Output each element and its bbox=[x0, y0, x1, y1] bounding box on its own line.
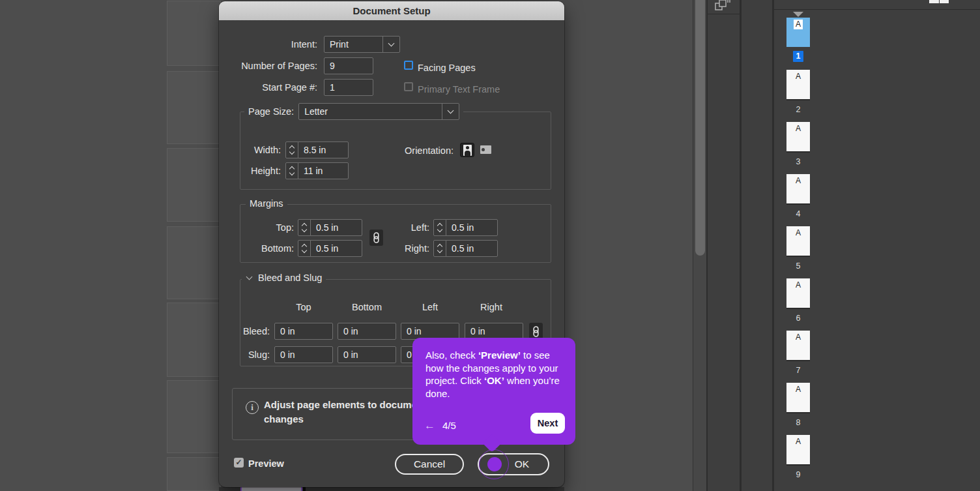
canvas-page bbox=[167, 71, 221, 144]
height-input[interactable]: 11 in bbox=[298, 162, 349, 179]
page-thumbnail-item[interactable]: A 6 bbox=[774, 278, 822, 331]
page-thumbnail[interactable]: A bbox=[786, 226, 810, 256]
margin-right-input[interactable]: 0.5 in bbox=[446, 240, 498, 257]
chain-link-icon bbox=[532, 326, 540, 337]
page-thumbnail[interactable]: A bbox=[786, 383, 810, 412]
margin-guide bbox=[240, 487, 242, 491]
page-thumbnail-item[interactable]: A 1 bbox=[774, 18, 822, 70]
link-margins-button[interactable] bbox=[369, 230, 383, 246]
page-number: 1 bbox=[793, 51, 803, 62]
margin-left-stepper[interactable] bbox=[433, 219, 446, 236]
chevron-down-icon[interactable] bbox=[442, 104, 459, 119]
canvas-vertical-scrollbar[interactable] bbox=[693, 0, 706, 491]
number-of-pages-input[interactable]: 9 bbox=[324, 57, 373, 74]
page-number: 4 bbox=[796, 209, 801, 219]
page-size-dropdown[interactable]: Letter bbox=[298, 103, 459, 120]
page-number: 7 bbox=[796, 365, 801, 376]
dialog-title: Document Setup bbox=[219, 1, 564, 20]
page-thumbnail-item[interactable]: A 5 bbox=[774, 226, 822, 278]
pages-panel-icon[interactable] bbox=[715, 0, 730, 11]
orientation-portrait-button[interactable] bbox=[460, 143, 474, 157]
pages-panel: A 1 A 2 A 3 A 4 A 5 A 6 A 7 A 8 A 9 bbox=[774, 0, 980, 491]
bleed-label: Bleed: bbox=[240, 323, 270, 340]
margin-bottom-stepper[interactable] bbox=[298, 240, 311, 257]
chain-link-icon bbox=[373, 232, 380, 243]
canvas-page bbox=[167, 148, 221, 222]
page-thumbnail[interactable]: A bbox=[786, 278, 810, 308]
orientation-landscape-button[interactable] bbox=[479, 143, 493, 157]
tutorial-tooltip: Also, check ‘Preview’ to see how the cha… bbox=[412, 338, 575, 445]
width-input[interactable]: 8.5 in bbox=[298, 141, 349, 158]
margin-guide bbox=[301, 487, 302, 491]
tooltip-text: Also, check ‘Preview’ to see how the cha… bbox=[425, 349, 564, 400]
slug-bottom-input[interactable]: 0 in bbox=[338, 346, 396, 363]
master-page-label: A bbox=[794, 20, 803, 29]
facing-pages-checkbox[interactable] bbox=[404, 61, 413, 70]
height-stepper[interactable] bbox=[285, 162, 298, 179]
page-thumbnail[interactable]: A bbox=[786, 18, 810, 47]
spread-view-icon[interactable] bbox=[929, 0, 939, 3]
margin-right-stepper[interactable] bbox=[433, 240, 446, 257]
page-thumbnail[interactable]: A bbox=[786, 122, 810, 151]
landscape-icon bbox=[480, 145, 491, 154]
column-header-right: Right bbox=[468, 302, 514, 312]
page-size-value: Letter bbox=[299, 104, 442, 119]
collapse-chevron-icon[interactable] bbox=[246, 274, 253, 280]
cancel-button[interactable]: Cancel bbox=[395, 454, 464, 475]
scrollbar-thumb[interactable] bbox=[695, 0, 705, 256]
page-thumbnail[interactable]: A bbox=[786, 331, 810, 360]
panel-header-divider bbox=[774, 9, 980, 10]
intent-label: Intent: bbox=[219, 36, 317, 53]
master-page-label: A bbox=[796, 228, 801, 237]
page-size-group: Page Size: Letter Width: 8.5 in Orientat… bbox=[240, 112, 551, 190]
facing-pages-label: Facing Pages bbox=[418, 59, 476, 76]
page-thumbnail[interactable]: A bbox=[786, 435, 810, 464]
preview-checkbox[interactable]: ✓ bbox=[234, 458, 244, 468]
page-edge bbox=[303, 487, 306, 491]
margin-top-stepper[interactable] bbox=[298, 219, 311, 236]
width-stepper[interactable] bbox=[285, 141, 298, 158]
page-thumbnail[interactable]: A bbox=[786, 174, 810, 203]
page-thumbnail-item[interactable]: A 3 bbox=[774, 122, 822, 174]
slug-top-input[interactable]: 0 in bbox=[274, 346, 333, 363]
canvas-page bbox=[167, 457, 221, 491]
master-page-label: A bbox=[796, 332, 801, 342]
margin-bottom-input[interactable]: 0.5 in bbox=[310, 240, 362, 257]
column-header-bottom: Bottom bbox=[344, 302, 390, 312]
page-number: 5 bbox=[796, 261, 801, 271]
intent-dropdown[interactable]: Print bbox=[324, 36, 400, 53]
canvas-page bbox=[167, 303, 221, 377]
chevron-down-icon[interactable] bbox=[382, 37, 399, 52]
step-counter: 4/5 bbox=[442, 420, 456, 431]
slug-label: Slug: bbox=[240, 346, 270, 363]
panel-dock-column-2 bbox=[742, 0, 772, 491]
portrait-icon bbox=[463, 145, 472, 156]
back-arrow-icon[interactable]: ← bbox=[424, 420, 435, 432]
next-button[interactable]: Next bbox=[530, 413, 565, 434]
master-page-label: A bbox=[796, 71, 801, 81]
start-page-input[interactable]: 1 bbox=[324, 79, 373, 96]
info-icon: i bbox=[246, 401, 259, 414]
page-thumbnail-item[interactable]: A 7 bbox=[774, 331, 822, 383]
margin-left-input[interactable]: 0.5 in bbox=[446, 219, 498, 236]
page-thumbnail[interactable]: A bbox=[786, 70, 810, 99]
canvas-page bbox=[167, 380, 221, 453]
coachmark-dot[interactable] bbox=[487, 457, 502, 471]
page-number: 3 bbox=[796, 156, 801, 167]
bleed-slug-legend: Bleed and Slug bbox=[258, 273, 322, 283]
orientation-label: Orientation: bbox=[358, 142, 454, 159]
document-page-sliver bbox=[242, 487, 302, 491]
page-thumbnail-item[interactable]: A 4 bbox=[774, 174, 822, 226]
spread-view-icon[interactable] bbox=[940, 0, 949, 3]
page-thumbnail-item[interactable]: A 8 bbox=[774, 383, 822, 435]
bleed-top-input[interactable]: 0 in bbox=[274, 323, 333, 340]
page-thumbnail-item[interactable]: A 2 bbox=[774, 70, 822, 122]
panel-dock-column bbox=[708, 0, 740, 491]
primary-text-frame-label: Primary Text Frame bbox=[418, 81, 500, 98]
margin-top-input[interactable]: 0.5 in bbox=[310, 219, 362, 236]
page-thumbnail-item[interactable]: A 9 bbox=[774, 435, 822, 487]
master-page-label: A bbox=[796, 436, 801, 446]
number-of-pages-label: Number of Pages: bbox=[219, 57, 317, 74]
bleed-bottom-input[interactable]: 0 in bbox=[338, 323, 396, 340]
margin-top-label: Top: bbox=[240, 219, 294, 236]
